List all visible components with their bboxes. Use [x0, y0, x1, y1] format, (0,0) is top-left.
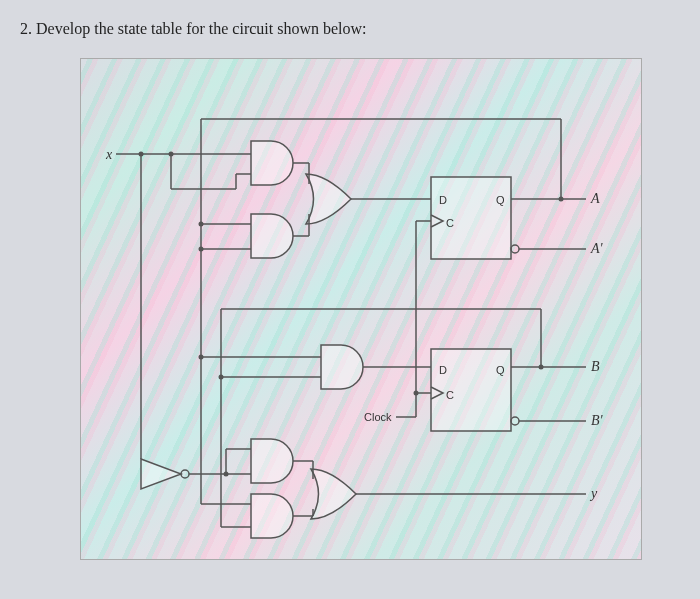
flipflop-B	[431, 349, 511, 431]
label-ff-b-Q: Q	[496, 364, 505, 376]
and-gate-1	[251, 141, 293, 185]
label-Aprime: A'	[590, 241, 604, 256]
question-prompt: 2. Develop the state table for the circu…	[20, 20, 680, 38]
and-gate-4	[251, 439, 293, 483]
label-ff-a-Q: Q	[496, 194, 505, 206]
label-A: A	[590, 191, 600, 206]
label-Bprime: B'	[591, 413, 604, 428]
svg-point-15	[511, 245, 519, 253]
not-gate	[141, 459, 181, 489]
or-gate-bottom	[311, 469, 356, 519]
svg-point-41	[414, 391, 419, 396]
label-ff-a-C: C	[446, 217, 454, 229]
label-B: B	[591, 359, 600, 374]
svg-point-24	[511, 417, 519, 425]
and-gate-2	[251, 214, 293, 258]
label-ff-b-D: D	[439, 364, 447, 376]
question-number: 2.	[20, 20, 32, 37]
label-clock: Clock	[364, 411, 392, 423]
svg-point-22	[199, 222, 204, 227]
label-y: y	[589, 486, 598, 501]
and-gate-5	[251, 494, 293, 538]
label-ff-a-D: D	[439, 194, 447, 206]
svg-point-35	[219, 375, 224, 380]
question-text: Develop the state table for the circuit …	[36, 20, 367, 37]
flipflop-A	[431, 177, 511, 259]
or-gate-top	[306, 174, 351, 224]
svg-point-23	[199, 247, 204, 252]
label-ff-b-C: C	[446, 389, 454, 401]
svg-point-32	[539, 365, 544, 370]
label-x: x	[105, 147, 113, 162]
circuit-diagram: x D Q C	[80, 58, 642, 560]
svg-point-27	[199, 355, 204, 360]
svg-point-19	[559, 197, 564, 202]
and-gate-3	[321, 345, 363, 389]
circuit-svg: x D Q C	[81, 59, 641, 559]
